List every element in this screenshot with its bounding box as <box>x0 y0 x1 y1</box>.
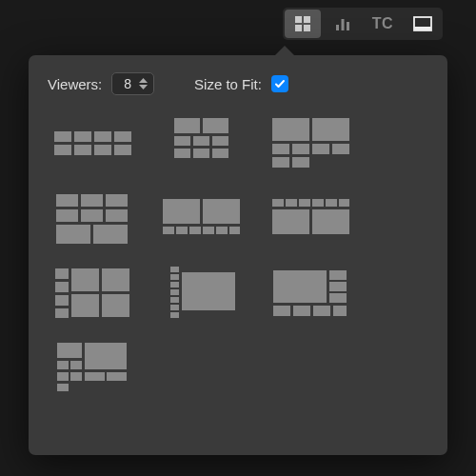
svg-rect-52 <box>312 199 324 207</box>
viewer-layout-popover: Viewers: 8 Size to Fit: <box>29 55 447 455</box>
svg-rect-55 <box>272 209 309 234</box>
svg-rect-72 <box>182 272 235 310</box>
size-to-fit-checkbox[interactable] <box>271 75 288 92</box>
svg-rect-74 <box>329 270 347 280</box>
svg-rect-68 <box>170 289 179 295</box>
svg-rect-30 <box>332 144 349 154</box>
svg-rect-45 <box>189 227 201 234</box>
viewers-label: Viewers: <box>48 76 102 92</box>
svg-rect-56 <box>312 209 349 234</box>
svg-rect-37 <box>81 209 103 222</box>
grid-icon <box>294 15 311 32</box>
svg-rect-32 <box>292 157 309 168</box>
svg-rect-77 <box>273 306 290 316</box>
layout-option-left-column[interactable] <box>51 265 132 320</box>
layout-option-big-top-wide[interactable] <box>270 116 351 171</box>
svg-rect-39 <box>56 225 90 244</box>
svg-rect-59 <box>55 295 69 306</box>
layout-option-2big-6small-bottom[interactable] <box>161 190 242 246</box>
svg-rect-15 <box>94 145 111 155</box>
svg-rect-8 <box>414 27 431 30</box>
svg-rect-50 <box>286 199 297 207</box>
svg-rect-54 <box>339 199 349 207</box>
view-mode-toolbar: TC <box>283 8 443 40</box>
svg-rect-57 <box>55 268 69 279</box>
svg-rect-42 <box>203 199 240 224</box>
svg-rect-41 <box>163 199 200 224</box>
viewers-stepper[interactable]: 8 <box>111 72 154 95</box>
svg-rect-27 <box>272 144 289 154</box>
svg-rect-78 <box>293 306 310 316</box>
svg-rect-82 <box>85 343 127 369</box>
svg-rect-2 <box>295 25 302 31</box>
svg-rect-11 <box>94 131 111 142</box>
svg-rect-22 <box>174 149 190 158</box>
svg-rect-18 <box>203 118 228 133</box>
layout-option-6-over-2[interactable] <box>51 190 132 246</box>
svg-rect-21 <box>212 136 228 146</box>
layout-option-big-top-6[interactable] <box>161 116 242 171</box>
svg-rect-20 <box>193 136 209 146</box>
svg-rect-6 <box>347 22 349 30</box>
timecode-view-button[interactable]: TC <box>365 10 401 38</box>
svg-rect-79 <box>313 306 330 316</box>
svg-rect-38 <box>106 209 128 222</box>
svg-rect-88 <box>107 372 127 381</box>
svg-rect-0 <box>295 16 302 23</box>
svg-rect-40 <box>93 225 128 244</box>
layout-option-left-col-single[interactable] <box>161 265 242 320</box>
svg-rect-75 <box>329 282 347 291</box>
svg-rect-84 <box>70 361 82 369</box>
svg-rect-28 <box>292 144 309 154</box>
layout-grid <box>48 112 428 398</box>
svg-rect-35 <box>106 194 128 207</box>
svg-rect-69 <box>170 297 179 303</box>
svg-rect-87 <box>85 372 105 381</box>
checkmark-icon <box>274 78 286 89</box>
layout-option-big-7small[interactable] <box>270 265 351 320</box>
svg-rect-5 <box>342 19 345 30</box>
svg-rect-4 <box>336 25 339 30</box>
svg-rect-63 <box>71 294 99 317</box>
display-view-button[interactable] <box>405 10 441 38</box>
svg-rect-48 <box>229 227 240 234</box>
bars-view-button[interactable] <box>325 10 361 38</box>
svg-rect-12 <box>114 131 131 142</box>
grid-view-button[interactable] <box>285 10 321 38</box>
svg-rect-89 <box>57 384 69 391</box>
svg-rect-19 <box>174 136 190 146</box>
svg-rect-10 <box>74 131 91 142</box>
svg-rect-49 <box>272 199 284 207</box>
svg-rect-3 <box>304 25 310 31</box>
svg-rect-51 <box>299 199 310 207</box>
svg-rect-85 <box>57 372 69 381</box>
svg-rect-80 <box>333 306 347 316</box>
svg-rect-61 <box>71 268 99 291</box>
svg-rect-76 <box>329 293 347 303</box>
layout-option-2x4[interactable] <box>51 116 132 171</box>
chevron-down-icon[interactable] <box>139 84 148 89</box>
svg-rect-83 <box>57 361 69 369</box>
svg-rect-73 <box>273 270 327 303</box>
svg-rect-70 <box>170 305 179 310</box>
svg-rect-43 <box>163 227 174 234</box>
svg-rect-17 <box>174 118 200 133</box>
svg-rect-1 <box>304 16 310 23</box>
svg-rect-53 <box>326 199 337 207</box>
layout-option-1big-bottom-7[interactable] <box>51 339 132 394</box>
svg-rect-34 <box>81 194 103 207</box>
svg-rect-33 <box>56 194 78 207</box>
layout-option-2big-6small-top[interactable] <box>270 190 351 246</box>
svg-rect-60 <box>55 308 69 318</box>
bars-icon <box>334 15 351 32</box>
svg-rect-29 <box>312 144 329 154</box>
svg-rect-66 <box>170 274 179 280</box>
svg-rect-26 <box>312 118 349 141</box>
svg-rect-64 <box>102 294 129 317</box>
svg-rect-36 <box>56 209 78 222</box>
svg-rect-86 <box>70 372 82 381</box>
size-to-fit-label: Size to Fit: <box>194 76 262 92</box>
svg-rect-9 <box>54 131 71 142</box>
svg-rect-46 <box>203 227 214 234</box>
svg-rect-67 <box>170 282 179 288</box>
